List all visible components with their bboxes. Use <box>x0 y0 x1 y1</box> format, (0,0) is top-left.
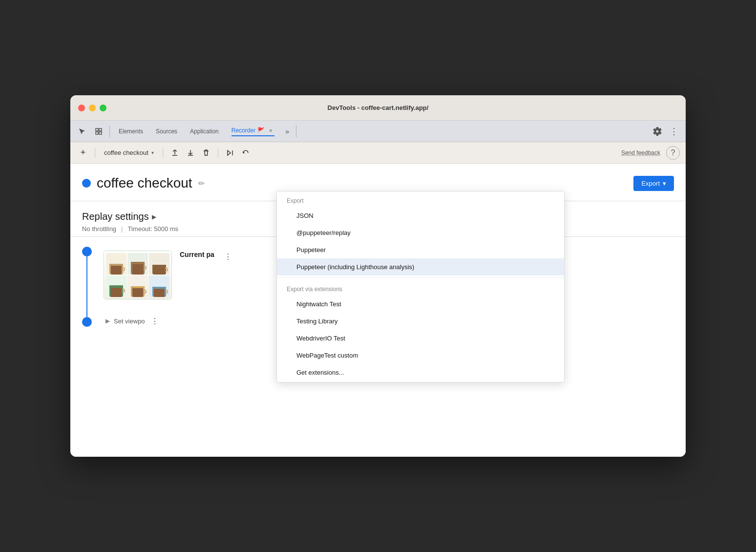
step-set-viewport-arrow: ▶ <box>105 318 110 324</box>
export-json-item[interactable]: JSON <box>277 207 564 224</box>
step-current-page-info: Current pa <box>180 251 214 258</box>
export-puppeteer-item[interactable]: Puppeteer <box>277 241 564 258</box>
get-extensions-item[interactable]: Get extensions... <box>277 364 564 382</box>
toolbar-divider-1 <box>95 148 95 158</box>
minimize-button[interactable] <box>89 105 96 111</box>
window-title: DevTools - coffee-cart.netlify.app/ <box>328 104 429 111</box>
recording-status-dot <box>82 179 91 188</box>
svg-rect-0 <box>96 128 98 131</box>
recording-dropdown-arrow-icon: ▾ <box>151 150 154 155</box>
replay-button[interactable] <box>239 146 252 160</box>
devtools-window: DevTools - coffee-cart.netlify.app/ Elem… <box>70 95 686 457</box>
add-recording-button[interactable]: + <box>76 146 90 160</box>
export-testing-library-item[interactable]: Testing Library <box>277 313 564 330</box>
export-puppeteer-replay-item[interactable]: @puppeteer/replay <box>277 224 564 241</box>
step-dot-1 <box>82 247 92 256</box>
close-button[interactable] <box>78 105 85 111</box>
step-thumbnail <box>104 251 172 299</box>
recording-name-label: coffee checkout <box>104 149 148 156</box>
download-recording-button[interactable] <box>184 146 197 160</box>
help-button[interactable]: ? <box>666 146 680 160</box>
recorder-tab-close[interactable]: × <box>267 127 274 134</box>
devtools-more-icon[interactable]: ⋮ <box>666 124 682 139</box>
svg-rect-1 <box>99 128 102 131</box>
export-dropdown-arrow-icon: ▾ <box>663 180 666 187</box>
svg-rect-2 <box>96 132 98 134</box>
timeout-label: Timeout: 5000 ms <box>127 225 178 233</box>
tab-bar: Elements Sources Application Recorder 🚩 … <box>70 121 686 142</box>
replay-settings-label: Replay settings <box>82 211 149 222</box>
tab-separator-1 <box>109 126 110 137</box>
layers-icon[interactable] <box>91 124 106 139</box>
cursor-icon[interactable] <box>74 124 90 139</box>
step-viewport-more-button[interactable]: ⋮ <box>149 315 161 327</box>
export-webdriverio-item[interactable]: WebdriverIO Test <box>277 330 564 347</box>
tab-elements[interactable]: Elements <box>113 125 149 138</box>
send-feedback-button[interactable]: Send feedback <box>617 148 664 158</box>
extensions-section-label: Export via extensions <box>277 280 564 296</box>
export-dropdown-menu[interactable]: Export JSON @puppeteer/replay Puppeteer … <box>276 191 565 382</box>
export-webpagetest-item[interactable]: WebPageTest custom <box>277 347 564 364</box>
edit-title-icon[interactable]: ✏ <box>198 179 205 188</box>
step-timeline <box>82 247 92 327</box>
tab-more-button[interactable]: » <box>281 126 293 137</box>
tab-recorder[interactable]: Recorder 🚩 × <box>226 124 280 139</box>
delete-recording-button[interactable] <box>199 146 213 160</box>
export-button[interactable]: Export ▾ <box>633 176 674 191</box>
recorder-flag-icon: 🚩 <box>257 127 265 134</box>
step-dot-2 <box>82 317 92 327</box>
maximize-button[interactable] <box>100 105 106 111</box>
recorder-toolbar: + coffee checkout ▾ <box>70 142 686 164</box>
main-content: coffee checkout ✏ Export ▾ Replay settin… <box>70 164 686 457</box>
replay-settings-arrow-icon: ▶ <box>152 213 156 220</box>
tab-sources[interactable]: Sources <box>150 125 183 138</box>
traffic-lights <box>78 105 106 111</box>
toolbar-divider-3 <box>218 148 218 158</box>
dropdown-divider <box>277 277 564 278</box>
step-line-1 <box>86 256 87 317</box>
export-puppeteer-lighthouse-item[interactable]: Puppeteer (including Lighthouse analysis… <box>277 258 564 276</box>
upload-recording-button[interactable] <box>168 146 182 160</box>
settings-separator: | <box>121 225 123 233</box>
recording-title-text: coffee checkout <box>97 175 192 191</box>
toolbar-divider-2 <box>163 148 163 158</box>
replay-step-button[interactable] <box>223 146 237 160</box>
svg-rect-3 <box>99 132 102 134</box>
recording-selector[interactable]: coffee checkout ▾ <box>100 147 158 158</box>
export-section-label: Export <box>277 191 564 207</box>
tab-application[interactable]: Application <box>184 125 225 138</box>
export-nightwatch-item[interactable]: Nightwatch Test <box>277 296 564 313</box>
step-more-button[interactable]: ⋮ <box>222 251 234 262</box>
titlebar: DevTools - coffee-cart.netlify.app/ <box>70 95 686 121</box>
throttling-label: No throttling <box>82 225 116 233</box>
step-current-page-title: Current pa <box>180 251 214 258</box>
step-set-viewport-label: Set viewpo <box>114 318 145 325</box>
tab-separator-2 <box>296 126 296 137</box>
devtools-settings-icon[interactable] <box>650 124 665 139</box>
tab-recorder-indicator: Recorder 🚩 × <box>231 127 274 136</box>
